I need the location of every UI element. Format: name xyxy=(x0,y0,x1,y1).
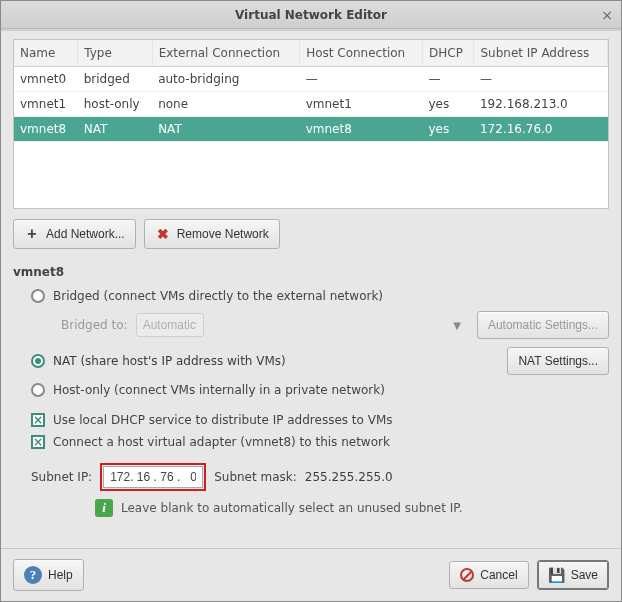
hostonly-label: Host-only (connect VMs internally in a p… xyxy=(53,383,385,397)
cell-host: vmnet1 xyxy=(300,92,423,117)
table-row[interactable]: vmnet8NATNATvmnet8yes172.16.76.0 xyxy=(14,117,608,142)
window-title: Virtual Network Editor xyxy=(235,8,387,22)
cell-dhcp: yes xyxy=(423,117,474,142)
adapter-check-row[interactable]: × Connect a host virtual adapter (vmnet8… xyxy=(13,431,609,453)
nat-settings-label: NAT Settings... xyxy=(518,354,598,368)
bottom-bar: ? Help Cancel 💾 Save xyxy=(1,548,621,601)
chevron-down-icon: ▼ xyxy=(453,320,461,331)
nat-radio[interactable] xyxy=(31,354,45,368)
automatic-settings-label: Automatic Settings... xyxy=(488,318,598,332)
subnet-mask-label: Subnet mask: xyxy=(214,470,297,484)
col-dhcp[interactable]: DHCP xyxy=(423,40,474,67)
dhcp-checkbox[interactable]: × xyxy=(31,413,45,427)
cell-ext: auto-bridging xyxy=(152,67,300,92)
bridged-radio[interactable] xyxy=(31,289,45,303)
save-icon: 💾 xyxy=(548,567,565,583)
cell-name: vmnet8 xyxy=(14,117,78,142)
subnet-mask-value: 255.255.255.0 xyxy=(305,470,393,484)
help-button[interactable]: ? Help xyxy=(13,559,84,591)
hint-text: Leave blank to automatically select an u… xyxy=(121,501,463,515)
table-row[interactable]: vmnet1host-onlynonevmnet1yes192.168.213.… xyxy=(14,92,608,117)
cell-subnet: 192.168.213.0 xyxy=(474,92,608,117)
cell-ext: none xyxy=(152,92,300,117)
col-host[interactable]: Host Connection xyxy=(300,40,423,67)
cancel-icon xyxy=(460,568,474,582)
plus-icon: + xyxy=(24,226,40,242)
cell-type: bridged xyxy=(78,67,152,92)
table-row[interactable]: vmnet0bridgedauto-bridging——— xyxy=(14,67,608,92)
network-table: Name Type External Connection Host Conne… xyxy=(14,40,608,142)
col-name[interactable]: Name xyxy=(14,40,78,67)
bridged-to-label: Bridged to: xyxy=(61,318,128,332)
remove-network-button[interactable]: ✖ Remove Network xyxy=(144,219,280,249)
col-type[interactable]: Type xyxy=(78,40,152,67)
table-buttons: + Add Network... ✖ Remove Network xyxy=(13,219,609,249)
col-subnet[interactable]: Subnet IP Address xyxy=(474,40,608,67)
cell-dhcp: yes xyxy=(423,92,474,117)
cell-dhcp: — xyxy=(423,67,474,92)
hint-row: i Leave blank to automatically select an… xyxy=(13,493,609,517)
subnet-ip-highlight xyxy=(100,463,206,491)
adapter-label: Connect a host virtual adapter (vmnet8) … xyxy=(53,435,390,449)
nat-label: NAT (share host's IP address with VMs) xyxy=(53,354,286,368)
save-button[interactable]: 💾 Save xyxy=(537,560,609,590)
col-ext[interactable]: External Connection xyxy=(152,40,300,67)
bridged-to-combo: Automatic xyxy=(136,313,204,337)
cell-subnet: — xyxy=(474,67,608,92)
cancel-label: Cancel xyxy=(480,568,517,582)
add-network-label: Add Network... xyxy=(46,227,125,241)
help-icon: ? xyxy=(24,566,42,584)
cell-type: host-only xyxy=(78,92,152,117)
bridged-to-combo-wrap: Automatic ▼ xyxy=(136,313,469,337)
cell-host: vmnet8 xyxy=(300,117,423,142)
network-table-container: Name Type External Connection Host Conne… xyxy=(13,39,609,209)
remove-icon: ✖ xyxy=(155,226,171,242)
bridged-to-row: Bridged to: Automatic ▼ Automatic Settin… xyxy=(13,307,609,343)
info-icon: i xyxy=(95,499,113,517)
cell-ext: NAT xyxy=(152,117,300,142)
nat-radio-row: NAT (share host's IP address with VMs) N… xyxy=(13,343,609,379)
cell-name: vmnet1 xyxy=(14,92,78,117)
help-label: Help xyxy=(48,568,73,582)
cell-name: vmnet0 xyxy=(14,67,78,92)
adapter-checkbox[interactable]: × xyxy=(31,435,45,449)
titlebar: Virtual Network Editor × xyxy=(1,1,621,29)
automatic-settings-button: Automatic Settings... xyxy=(477,311,609,339)
cancel-button[interactable]: Cancel xyxy=(449,561,528,589)
add-network-button[interactable]: + Add Network... xyxy=(13,219,136,249)
save-label: Save xyxy=(571,568,598,582)
cell-subnet: 172.16.76.0 xyxy=(474,117,608,142)
subnet-row: Subnet IP: Subnet mask: 255.255.255.0 xyxy=(13,453,609,493)
bridged-label: Bridged (connect VMs directly to the ext… xyxy=(53,289,383,303)
hostonly-radio-row[interactable]: Host-only (connect VMs internally in a p… xyxy=(13,379,609,401)
remove-network-label: Remove Network xyxy=(177,227,269,241)
hostonly-radio[interactable] xyxy=(31,383,45,397)
dhcp-check-row[interactable]: × Use local DHCP service to distribute I… xyxy=(13,409,609,431)
panel-heading: vmnet8 xyxy=(13,265,609,279)
bridged-radio-row[interactable]: Bridged (connect VMs directly to the ext… xyxy=(13,285,609,307)
nat-settings-button[interactable]: NAT Settings... xyxy=(507,347,609,375)
subnet-ip-label: Subnet IP: xyxy=(31,470,92,484)
virtual-network-editor-window: Virtual Network Editor × Name Type Exter… xyxy=(0,0,622,602)
cell-host: — xyxy=(300,67,423,92)
content-area: Name Type External Connection Host Conne… xyxy=(1,29,621,527)
close-icon[interactable]: × xyxy=(599,7,615,23)
cell-type: NAT xyxy=(78,117,152,142)
subnet-ip-input[interactable] xyxy=(103,466,203,488)
dhcp-label: Use local DHCP service to distribute IP … xyxy=(53,413,393,427)
